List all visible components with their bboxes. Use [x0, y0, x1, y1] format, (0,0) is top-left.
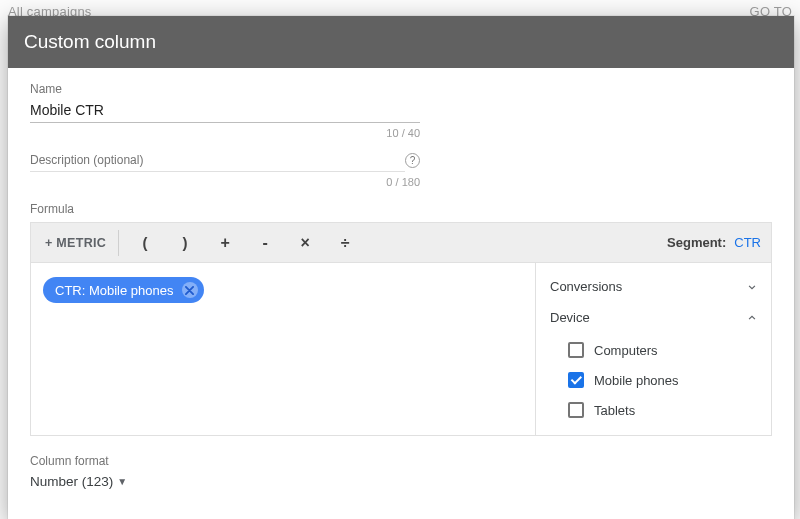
modal-title: Custom column	[24, 31, 156, 53]
segment-conversions[interactable]: Conversions	[546, 271, 763, 302]
checkbox-checked-icon	[568, 372, 584, 388]
segment-conversions-label: Conversions	[550, 279, 622, 294]
chevron-down-icon	[745, 280, 759, 294]
op-minus[interactable]: -	[245, 234, 285, 252]
formula-toolbar: + METRIC ( ) + - × ÷ Segment: CTR	[31, 223, 771, 263]
segment-panel: Conversions Device Computers	[535, 263, 771, 435]
column-format-value: Number (123)	[30, 474, 113, 489]
op-plus[interactable]: +	[205, 234, 245, 252]
toolbar-separator	[118, 230, 119, 256]
op-times[interactable]: ×	[285, 234, 325, 252]
segment-value[interactable]: CTR	[734, 235, 761, 250]
checkbox-icon	[568, 342, 584, 358]
device-option-computers[interactable]: Computers	[568, 335, 763, 365]
name-counter: 10 / 40	[30, 127, 420, 139]
device-option-tablets[interactable]: Tablets	[568, 395, 763, 425]
description-label: Description (optional)	[30, 153, 405, 172]
modal-header: Custom column	[8, 16, 794, 68]
op-lparen[interactable]: (	[125, 234, 165, 251]
column-format-select[interactable]: Number (123) ▼	[30, 474, 772, 489]
description-field: Description (optional) ? 0 / 180	[30, 153, 772, 188]
op-rparen[interactable]: )	[165, 234, 205, 251]
add-metric-button[interactable]: + METRIC	[37, 230, 114, 256]
segment-device-label: Device	[550, 310, 590, 325]
op-divide[interactable]: ÷	[325, 234, 365, 252]
formula-label: Formula	[30, 202, 772, 216]
device-option-label: Computers	[594, 343, 658, 358]
device-options: Computers Mobile phones Tablets	[546, 333, 763, 427]
device-option-label: Mobile phones	[594, 373, 679, 388]
device-option-label: Tablets	[594, 403, 635, 418]
dropdown-icon: ▼	[117, 476, 127, 487]
chip-remove-icon[interactable]	[182, 282, 198, 298]
checkbox-icon	[568, 402, 584, 418]
formula-box: + METRIC ( ) + - × ÷ Segment: CTR CTR: M…	[30, 222, 772, 436]
name-label: Name	[30, 82, 772, 96]
name-field: Name 10 / 40	[30, 82, 772, 139]
column-format-field: Column format Number (123) ▼	[30, 454, 772, 489]
segment-device[interactable]: Device	[546, 302, 763, 333]
metric-chip-label: CTR: Mobile phones	[55, 283, 174, 298]
column-format-label: Column format	[30, 454, 772, 468]
device-option-mobile-phones[interactable]: Mobile phones	[568, 365, 763, 395]
name-input[interactable]	[30, 98, 420, 123]
segment-indicator: Segment: CTR	[667, 235, 761, 250]
help-icon[interactable]: ?	[405, 153, 420, 168]
metric-chip[interactable]: CTR: Mobile phones	[43, 277, 204, 303]
segment-label: Segment:	[667, 235, 726, 250]
custom-column-modal: Custom column Name 10 / 40 Description (…	[8, 16, 794, 519]
chevron-up-icon	[745, 311, 759, 325]
formula-canvas[interactable]: CTR: Mobile phones	[31, 263, 535, 435]
description-counter: 0 / 180	[30, 176, 420, 188]
